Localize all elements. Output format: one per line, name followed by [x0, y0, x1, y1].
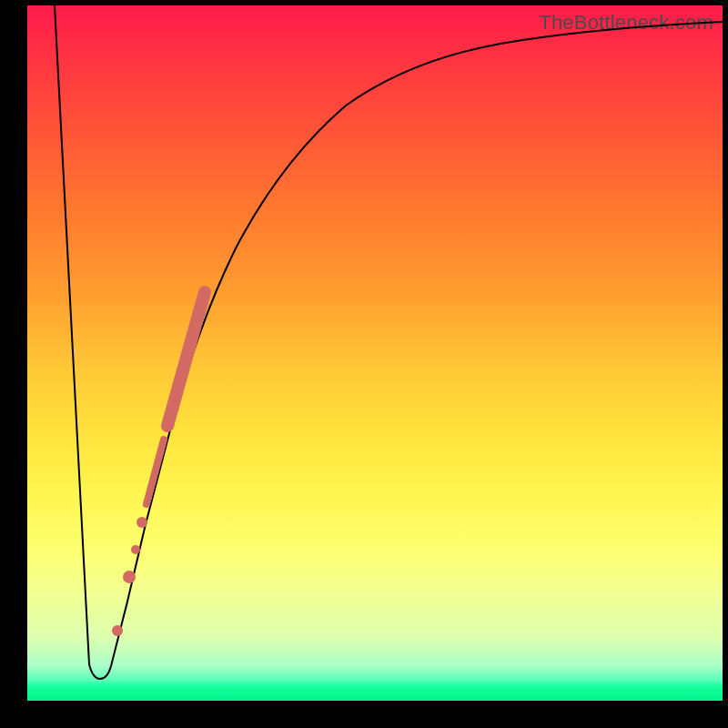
highlight-dot-3 — [123, 571, 136, 583]
highlight-dot-4 — [112, 625, 123, 636]
highlight-segment-mid — [147, 440, 164, 504]
highlight-dot-2 — [131, 545, 140, 554]
chart-container: TheBottleneck.com — [0, 0, 728, 728]
highlight-segment-upper — [167, 292, 205, 426]
curve-layer — [27, 5, 723, 701]
bottleneck-curve — [55, 5, 723, 679]
plot-area: TheBottleneck.com — [27, 5, 723, 701]
highlight-dot-1 — [136, 517, 147, 528]
